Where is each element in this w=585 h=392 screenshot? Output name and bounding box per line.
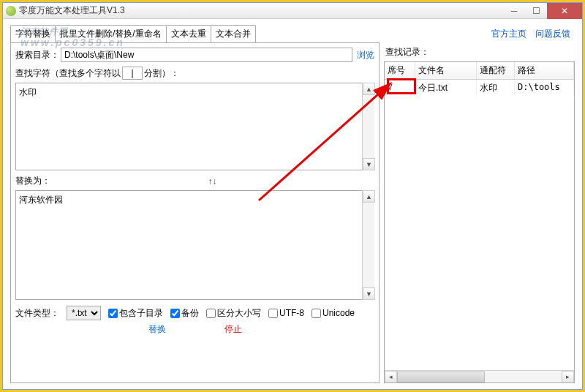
filetype-label: 文件类型： [15, 307, 59, 320]
cell-wildcard: 水印 [477, 80, 515, 97]
filetype-select[interactable]: *.txt [67, 306, 101, 320]
cell-check: √ [385, 80, 415, 97]
replace-button[interactable]: 替换 [148, 323, 166, 336]
separator-input[interactable] [122, 67, 143, 80]
cell-filename: 今日.txt [415, 80, 477, 97]
titlebar: 零度万能文本处理工具V1.3 ─ ☐ ✕ [3, 3, 582, 19]
tabs: 字符替换 批里文件删除/替换/重命名 文本去重 文本合并 [10, 25, 384, 42]
scroll-thumb[interactable] [397, 372, 485, 382]
scroll-right-icon[interactable]: ▸ [562, 371, 574, 383]
search-dir-label: 搜索目录： [15, 49, 59, 61]
subdir-checkbox[interactable] [108, 309, 118, 318]
search-dir-input[interactable] [61, 48, 352, 62]
tab-dedupe[interactable]: 文本去重 [166, 25, 211, 42]
close-button[interactable]: ✕ [547, 3, 582, 19]
maximize-button[interactable]: ☐ [525, 3, 547, 19]
app-icon [6, 6, 16, 16]
find-label-1: 查找字符（查找多个字符以 [15, 67, 121, 80]
grid-scrollbar-h[interactable]: ◂ ▸ [385, 370, 574, 382]
unicode-checkbox[interactable] [312, 309, 321, 318]
table-row[interactable]: √ 今日.txt 水印 D:\tools [385, 80, 574, 97]
swap-arrows[interactable]: ↑↓ [50, 176, 374, 186]
col-header-path[interactable]: 路径 [515, 62, 574, 79]
home-link[interactable]: 官方主页 [491, 28, 526, 40]
cell-path: D:\tools [515, 80, 574, 97]
col-header-wildcard[interactable]: 通配符 [477, 62, 515, 79]
case-checkbox[interactable] [206, 309, 216, 318]
col-header-index[interactable]: 席号 [385, 62, 415, 79]
stop-button[interactable]: 停止 [224, 323, 242, 336]
scroll-left-icon[interactable]: ◂ [385, 371, 397, 383]
browse-button[interactable]: 浏览 [357, 49, 374, 61]
utf8-checkbox[interactable] [268, 309, 278, 318]
col-header-filename[interactable]: 文件名 [415, 62, 477, 79]
feedback-link[interactable]: 问题反馈 [535, 28, 570, 40]
tab-char-replace[interactable]: 字符替换 [10, 25, 56, 42]
records-grid: 席号 文件名 通配符 路径 √ 今日.txt 水印 D:\tools ◂ ▸ [384, 61, 575, 383]
backup-checkbox[interactable] [170, 309, 180, 318]
tab-merge[interactable]: 文本合并 [211, 25, 256, 42]
find-scrollbar[interactable]: ▲▼ [362, 83, 374, 170]
replace-scrollbar[interactable]: ▲▼ [362, 190, 374, 300]
records-title: 查找记录： [385, 46, 575, 59]
window-title: 零度万能文本处理工具V1.3 [19, 4, 503, 17]
find-text-input[interactable] [15, 83, 362, 170]
replace-text-input[interactable] [15, 190, 362, 300]
minimize-button[interactable]: ─ [503, 3, 525, 19]
find-label-2: 分割）： [144, 67, 179, 80]
replace-label: 替换为： [15, 175, 50, 187]
main-panel: 搜索目录： 浏览 查找字符（查找多个字符以 分割）： ▲▼ 替换为： [10, 42, 380, 383]
tab-batch-file[interactable]: 批里文件删除/替换/重命名 [55, 25, 167, 42]
